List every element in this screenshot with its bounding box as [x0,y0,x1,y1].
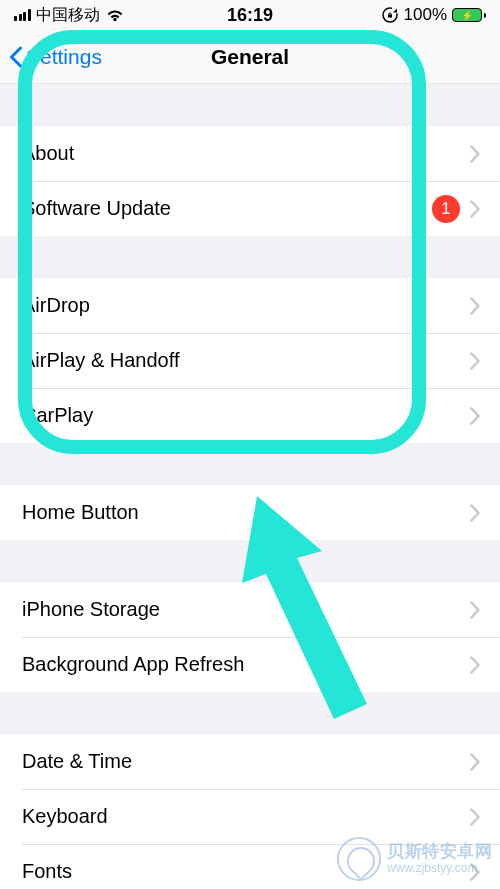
row-label: Date & Time [22,750,470,773]
row-label: AirPlay & Handoff [22,349,470,372]
chevron-right-icon [470,200,480,218]
section-gap [0,84,500,126]
update-badge: 1 [432,195,460,223]
row-about[interactable]: About [0,126,500,181]
section-home-button: Home Button [0,485,500,540]
chevron-right-icon [470,753,480,771]
row-background-app-refresh[interactable]: Background App Refresh [0,637,500,692]
section-about: About Software Update 1 [0,126,500,236]
chevron-right-icon [470,297,480,315]
chevron-right-icon [470,656,480,674]
section-gap [0,692,500,734]
row-carplay[interactable]: CarPlay [0,388,500,443]
row-label: Background App Refresh [22,653,470,676]
row-label: iPhone Storage [22,598,470,621]
signal-bars-icon [14,9,31,21]
section-gap [0,443,500,485]
chevron-right-icon [470,145,480,163]
row-label: AirDrop [22,294,470,317]
row-label: Home Button [22,501,470,524]
row-label: Software Update [22,197,432,220]
chevron-right-icon [470,352,480,370]
charging-bolt-icon: ⚡ [461,10,473,21]
watermark-main: 贝斯特安卓网 [387,843,492,862]
rotation-lock-icon [381,6,399,24]
row-date-time[interactable]: Date & Time [0,734,500,789]
row-home-button[interactable]: Home Button [0,485,500,540]
status-right: 100% ⚡ [381,5,486,25]
chevron-right-icon [470,504,480,522]
watermark-sub: www.zjbstyy.com [387,862,477,875]
row-iphone-storage[interactable]: iPhone Storage [0,582,500,637]
row-airplay-handoff[interactable]: AirPlay & Handoff [0,333,500,388]
section-airdrop: AirDrop AirPlay & Handoff CarPlay [0,278,500,443]
row-label: CarPlay [22,404,470,427]
section-gap [0,236,500,278]
chevron-right-icon [470,407,480,425]
battery-icon: ⚡ [452,8,486,22]
status-time: 16:19 [227,5,273,26]
page-title: General [211,45,289,69]
back-button[interactable]: Settings [0,45,102,69]
watermark-logo-icon [337,837,381,881]
wifi-icon [105,8,125,22]
carrier-label: 中国移动 [36,5,100,26]
row-software-update[interactable]: Software Update 1 [0,181,500,236]
chevron-right-icon [470,601,480,619]
status-bar: 中国移动 16:19 100% ⚡ [0,0,500,30]
row-airdrop[interactable]: AirDrop [0,278,500,333]
section-storage: iPhone Storage Background App Refresh [0,582,500,692]
row-label: Keyboard [22,805,470,828]
chevron-right-icon [470,808,480,826]
row-keyboard[interactable]: Keyboard [0,789,500,844]
nav-bar: Settings General [0,30,500,84]
watermark: 贝斯特安卓网 www.zjbstyy.com [337,837,492,881]
status-left: 中国移动 [14,5,125,26]
section-gap [0,540,500,582]
chevron-left-icon [8,45,26,69]
battery-percent: 100% [404,5,447,25]
row-label: About [22,142,470,165]
back-label: Settings [26,45,102,69]
